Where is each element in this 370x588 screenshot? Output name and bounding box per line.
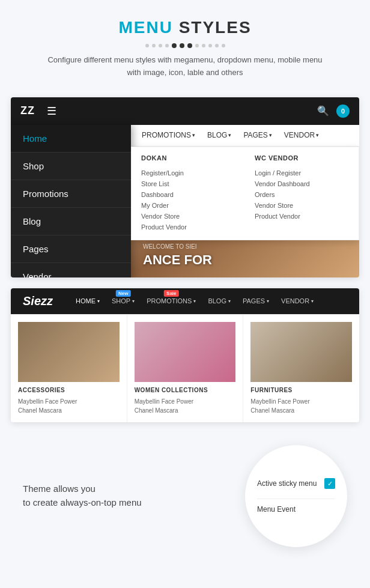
cart-badge[interactable]: 0 (336, 105, 350, 118)
megamenu-link-orders[interactable]: Orders (255, 189, 349, 200)
sec-nav-pages[interactable]: PAGES ▾ (237, 125, 278, 147)
dot-12 (222, 44, 225, 47)
hamburger-icon[interactable]: ☰ (47, 105, 56, 118)
sticky-title-line1: Theme allows you (23, 482, 233, 496)
megamenu-wcvendor-title: WC VENDOR (255, 154, 349, 162)
women-category: WOMEN COLLECTIONS (135, 387, 236, 393)
topnav-vendor[interactable]: VENDOR ▾ (276, 295, 318, 307)
megamenu-col-wcvendor: WC VENDOR Login / Register Vendor Dashbo… (245, 147, 359, 240)
welcome-text: WELCOME TO SIEI (143, 243, 212, 250)
sticky-dialog-circle: Active sticky menu ✓ Menu Event (245, 445, 347, 547)
badge-new: New (116, 290, 130, 297)
sticky-menu-section: Theme allows you to create always-on-top… (11, 433, 359, 559)
menu-item-home[interactable]: Home (11, 125, 131, 153)
topnav-items: HOME ▾ New SHOP ▾ Sale PROMOTIONS ▾ BLOG… (71, 295, 318, 307)
furniture-img-placeholder (250, 322, 352, 382)
badge-sale: Sale (164, 290, 178, 297)
sec-nav-vendor[interactable]: VENDOR ▾ (278, 125, 325, 147)
header-description: Configure different menu styles with meg… (41, 54, 329, 79)
demo-mobile-menu: ZZ ☰ 🔍 0 Home Shop Promotions Blog Pages… (11, 97, 359, 277)
search-icon[interactable]: 🔍 (317, 105, 329, 117)
sticky-text: Theme allows you to create always-on-top… (11, 482, 233, 509)
megamenu-link-storelist[interactable]: Store List (141, 178, 235, 189)
desktop-topnav: Siezz HOME ▾ New SHOP ▾ Sale PROMOTIONS … (11, 288, 359, 314)
topnav-home[interactable]: HOME ▾ (71, 295, 105, 307)
dot-3 (159, 44, 162, 47)
dot-2 (152, 44, 156, 47)
dot-7 (187, 43, 192, 48)
accessories-image (18, 322, 120, 382)
title-highlight: MENU (118, 18, 172, 37)
dot-6 (180, 43, 184, 48)
sticky-menu-event: Menu Event (257, 499, 335, 514)
dot-4 (165, 44, 169, 47)
dark-navbar: ZZ ☰ 🔍 0 (11, 97, 359, 125)
sec-nav-blog[interactable]: BLOG ▾ (201, 125, 237, 147)
mobile-menu-panel: Home Shop Promotions Blog Pages Vendor (11, 125, 131, 277)
menu-item-blog[interactable]: Blog (11, 208, 131, 235)
demo-desktop-shop: Siezz HOME ▾ New SHOP ▾ Sale PROMOTIONS … (11, 288, 359, 422)
topnav-blog[interactable]: BLOG ▾ (203, 295, 235, 307)
dot-10 (208, 44, 212, 47)
furniture-category: FURNITURES (250, 387, 352, 393)
women-item-1[interactable]: Maybellin Face Power (135, 397, 236, 406)
topnav-shop[interactable]: New SHOP ▾ (107, 295, 139, 307)
dot-1 (145, 44, 149, 47)
menu-item-promotions[interactable]: Promotions (11, 180, 131, 208)
title-rest: STYLES (173, 18, 252, 37)
women-item-2[interactable]: Chanel Mascara (135, 406, 236, 415)
brand-logo: ZZ (20, 105, 35, 117)
checkbox-checked-icon[interactable]: ✓ (324, 478, 335, 489)
sticky-checkbox-row: Active sticky menu ✓ (257, 478, 335, 489)
menu-item-vendor[interactable]: Vendor (11, 263, 131, 277)
pagination-dots (12, 43, 358, 48)
navbar-right: 🔍 0 (317, 105, 350, 118)
furniture-item-1[interactable]: Maybellin Face Power (250, 397, 352, 406)
menu-item-pages[interactable]: Pages (11, 235, 131, 263)
megamenu-link-register[interactable]: Register/Login (141, 168, 235, 178)
desktop-brand-logo: Siezz (23, 294, 53, 308)
women-img-placeholder (135, 322, 236, 382)
header-section: MENU STYLES Configure different menu sty… (0, 0, 370, 97)
furniture-image (250, 322, 352, 382)
product-grid: ACCESSORIES Maybellin Face Power Chanel … (11, 314, 359, 422)
megamenu-col-dokan: DOKAN Register/Login Store List Dashboar… (132, 147, 245, 240)
product-col-accessories: ACCESSORIES Maybellin Face Power Chanel … (11, 315, 127, 422)
megamenu-link-product-vendor[interactable]: Product Vendor (255, 211, 349, 222)
menu-item-shop[interactable]: Shop (11, 153, 131, 180)
megamenu-dropdown: DOKAN Register/Login Store List Dashboar… (131, 147, 359, 240)
sticky-checkbox-label: Active sticky menu (257, 479, 320, 488)
megamenu-link-login-register[interactable]: Login / Register (255, 168, 349, 178)
megamenu-link-myorder[interactable]: My Order (141, 200, 235, 211)
menu-overlay-area: Home Shop Promotions Blog Pages Vendor P… (11, 125, 359, 277)
accessories-category: ACCESSORIES (18, 387, 120, 393)
megamenu-link-dashboard[interactable]: Dashboard (141, 189, 235, 200)
megamenu-link-vendor-dashboard[interactable]: Vendor Dashboard (255, 178, 349, 189)
accessories-img-placeholder (18, 322, 120, 382)
bg-hero-text: ANCE FOR (143, 252, 212, 268)
dot-5 (172, 43, 177, 48)
megamenu-link-vendor-store[interactable]: Vendor Store (255, 200, 349, 211)
topnav-promotions[interactable]: Sale PROMOTIONS ▾ (142, 295, 201, 307)
accessories-item-2[interactable]: Chanel Mascara (18, 406, 120, 415)
furniture-item-2[interactable]: Chanel Mascara (250, 406, 352, 415)
page-title: MENU STYLES (12, 18, 358, 37)
dot-11 (215, 44, 219, 47)
sticky-title-line2: to create always-on-top menu (23, 496, 233, 510)
women-image (135, 322, 236, 382)
sec-nav-promotions[interactable]: PROMOTIONS ▾ (136, 125, 201, 147)
topnav-pages[interactable]: PAGES ▾ (238, 295, 274, 307)
megamenu-link-vendorstore[interactable]: Vendor Store (141, 211, 235, 222)
accessories-item-1[interactable]: Maybellin Face Power (18, 397, 120, 406)
megamenu-dokan-title: DOKAN (141, 154, 235, 162)
product-col-women: WOMEN COLLECTIONS Maybellin Face Power C… (127, 315, 244, 422)
dot-9 (202, 44, 205, 47)
content-area: PROMOTIONS ▾ BLOG ▾ PAGES ▾ VENDOR ▾ WEL… (131, 125, 359, 277)
secondary-navbar: PROMOTIONS ▾ BLOG ▾ PAGES ▾ VENDOR ▾ (131, 125, 359, 147)
megamenu-link-productvendor[interactable]: Product Vendor (141, 222, 235, 232)
dot-8 (195, 44, 199, 47)
product-col-furniture: FURNITURES Maybellin Face Power Chanel M… (243, 315, 359, 422)
